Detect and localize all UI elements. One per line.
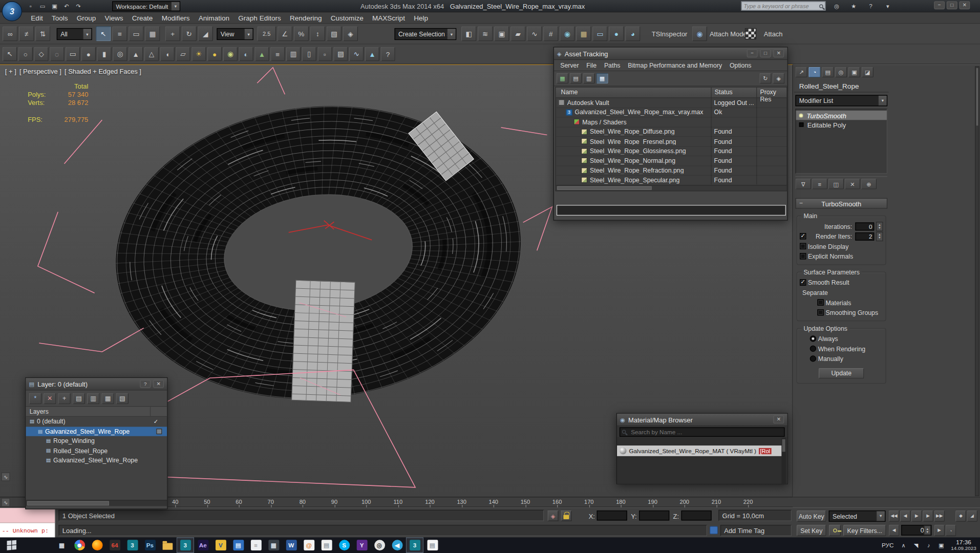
close-button[interactable]: ✕: [153, 380, 164, 388]
render-iters-checkbox[interactable]: [800, 233, 806, 239]
asset-row[interactable]: Steel_Wire_Rope_Normal.pngFound: [556, 156, 787, 166]
box-primitive-icon[interactable]: ▭: [66, 47, 80, 61]
help-icon[interactable]: ?: [380, 47, 395, 61]
menu-item-customize[interactable]: Customize: [326, 12, 368, 24]
pin-stack-icon[interactable]: ∇: [795, 179, 811, 189]
viewport-general-menu[interactable]: [ + ]: [5, 68, 16, 75]
scrollbar-thumb[interactable]: [976, 68, 978, 125]
close-button[interactable]: ✕: [773, 49, 784, 57]
asset-row[interactable]: Maps / Shaders: [556, 117, 787, 127]
select-and-rotate-icon[interactable]: ↻: [181, 26, 197, 41]
modify-tab-icon[interactable]: ◔: [808, 67, 820, 78]
unlink-selection-icon[interactable]: ≠: [19, 26, 34, 41]
update-button[interactable]: Update: [819, 368, 864, 379]
schematic-view-icon[interactable]: #: [543, 26, 559, 41]
current-frame-field[interactable]: 0: [901, 525, 931, 536]
infocenter-search[interactable]: [741, 1, 826, 10]
column-name[interactable]: Name: [561, 89, 578, 95]
close-button[interactable]: ✕: [773, 415, 784, 423]
viewport-shading-menu[interactable]: [ Shaded + Edged Faces ]: [65, 68, 141, 75]
frame-spinner[interactable]: [924, 525, 931, 535]
render-production-icon[interactable]: ●: [609, 26, 624, 41]
previous-key-icon[interactable]: ◀: [889, 525, 900, 536]
yandex-icon[interactable]: Y: [353, 537, 370, 553]
material-search-input[interactable]: [630, 428, 782, 436]
biped-icon[interactable]: ▲: [365, 47, 379, 61]
autodesk-64-icon[interactable]: 64: [106, 537, 123, 553]
wall-icon[interactable]: ▥: [286, 47, 301, 61]
highlight-icon[interactable]: ◈: [773, 73, 784, 84]
mirror-icon[interactable]: ◧: [461, 26, 477, 41]
notes-icon[interactable]: ▤: [423, 537, 441, 553]
modifier-stack-item-turbosmooth[interactable]: TurboSmooth: [796, 111, 887, 120]
modifier-stack-item-editable-poly[interactable]: Editable Poly: [796, 120, 887, 129]
search-icon[interactable]: [819, 4, 823, 8]
create-new-layer-icon[interactable]: *: [29, 393, 42, 404]
camera-icon[interactable]: ◐: [239, 47, 253, 61]
maximize-button[interactable]: □: [947, 1, 957, 9]
select-by-name-icon[interactable]: ≡: [112, 26, 127, 41]
help-icon[interactable]: ?: [866, 2, 875, 10]
next-frame-icon[interactable]: ▶: [923, 511, 933, 522]
menu-item-modifiers[interactable]: Modifiers: [157, 12, 194, 24]
menu-item-file[interactable]: File: [583, 60, 601, 71]
close-button[interactable]: ✕: [959, 1, 970, 9]
render-iterative-icon[interactable]: ◕: [625, 26, 641, 41]
menu-item-edit[interactable]: Edit: [27, 12, 48, 24]
layer-row[interactable]: ▤Galvanized_Steel_Wire_Rope: [26, 456, 167, 465]
angle-snap-icon[interactable]: ∠: [278, 26, 293, 41]
play-icon[interactable]: ▶: [911, 511, 922, 522]
firefox-icon[interactable]: [88, 537, 105, 553]
foliage-icon[interactable]: ▲: [254, 47, 269, 61]
word-icon[interactable]: W: [282, 537, 300, 553]
edit-named-selection-icon[interactable]: ▧: [327, 26, 342, 41]
plane-primitive-icon[interactable]: ▱: [176, 47, 190, 61]
named-selection-dropdown[interactable]: Create Selection Se: [395, 28, 457, 40]
cylinder-primitive-icon[interactable]: ▮: [97, 47, 112, 61]
pyramid-primitive-icon[interactable]: △: [144, 47, 159, 61]
hidden-icons-chevron-icon[interactable]: ∧: [899, 541, 907, 549]
select-and-link-icon[interactable]: ∞: [3, 26, 18, 41]
volume-icon[interactable]: ♪: [925, 541, 933, 549]
language-indicator[interactable]: РУС: [882, 542, 893, 548]
add-time-tag-button[interactable]: Add Time Tag: [720, 525, 792, 536]
set-current-layer-icon[interactable]: ▥: [87, 393, 100, 404]
iterations-spinner[interactable]: [876, 222, 883, 231]
create-tab-icon[interactable]: ↗: [795, 67, 807, 78]
asset-row[interactable]: Steel_Wire_Rope_Specular.pngFound: [556, 176, 787, 185]
asset-row[interactable]: Steel_Wire_Rope_Glossiness.pngFound: [556, 146, 787, 156]
auto-key-button[interactable]: Auto Key: [797, 511, 826, 522]
teapot-primitive-icon[interactable]: ◖: [160, 47, 175, 61]
make-unique-icon[interactable]: ◫: [828, 179, 844, 189]
object-name-field[interactable]: Rolled_Steel_Rope: [794, 80, 889, 92]
cone-primitive-icon[interactable]: ▲: [129, 47, 143, 61]
help-button[interactable]: ?: [140, 380, 151, 388]
material-editor-icon[interactable]: ◉: [560, 26, 575, 41]
smooth-result-checkbox[interactable]: [800, 279, 806, 285]
material-search-field[interactable]: [620, 427, 784, 436]
viewport-pov-menu[interactable]: [ Perspective ]: [19, 68, 61, 75]
render-iters-spinner[interactable]: [876, 231, 883, 241]
network-icon[interactable]: ◥: [912, 541, 920, 549]
camera-app-icon[interactable]: ◎: [371, 537, 388, 553]
manually-radio[interactable]: [810, 355, 816, 361]
modifier-list-dropdown[interactable]: Modifier List: [795, 95, 887, 106]
menu-item-bitmap-performance-and-memory[interactable]: Bitmap Performance and Memory: [624, 60, 726, 71]
start-button[interactable]: [3, 537, 20, 553]
chrome-icon[interactable]: [71, 537, 88, 553]
window-crossing-icon[interactable]: ▦: [145, 26, 160, 41]
asset-row[interactable]: Steel_Wire_Rope_Refraction.pngFound: [556, 166, 787, 176]
communication-center-icon[interactable]: ◎: [832, 2, 841, 10]
smoothing-groups-checkbox[interactable]: [817, 309, 823, 315]
maxscript-mini-listener[interactable]: -- Unknown p:: [0, 508, 55, 538]
menu-item-graph-editors[interactable]: Graph Editors: [234, 12, 286, 24]
open-file-icon[interactable]: ▭: [37, 1, 48, 10]
reference-coordinate-dropdown[interactable]: View: [217, 28, 253, 40]
vray-icon[interactable]: V: [212, 537, 229, 553]
layer-row[interactable]: ▤0 (default)✓: [26, 417, 167, 427]
menu-item-create[interactable]: Create: [127, 12, 157, 24]
curve-editor-icon[interactable]: ∿: [527, 26, 542, 41]
menu-item-server[interactable]: Server: [557, 60, 583, 71]
menu-item-paths[interactable]: Paths: [601, 60, 624, 71]
maximize-button[interactable]: □: [760, 49, 771, 57]
